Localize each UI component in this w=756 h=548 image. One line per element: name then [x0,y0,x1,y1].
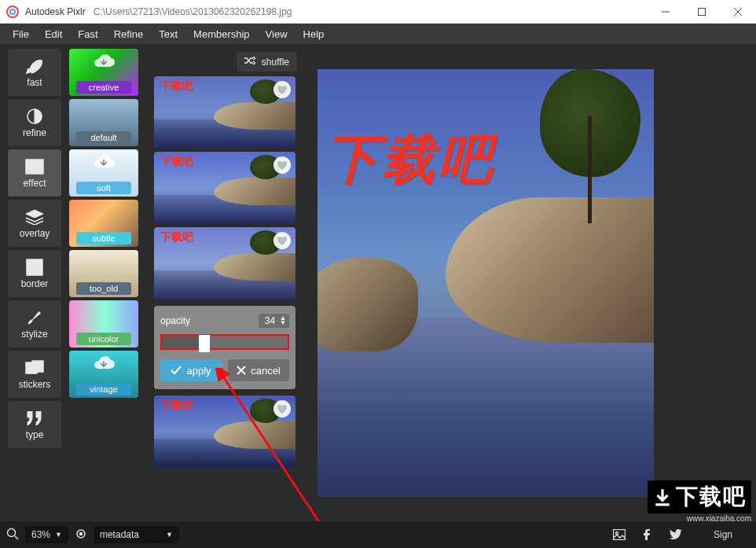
target-icon[interactable] [75,528,87,542]
tool-type[interactable]: type [8,401,61,448]
main: fastrefineeffectoverlayborderstylizestic… [0,44,756,521]
sign-in-link[interactable]: Sign [714,529,732,540]
statusbar: 63% ▼ metadata ▼ Sign [0,521,756,548]
tool-stickers[interactable]: stickers [8,351,61,398]
apply-button[interactable]: apply [160,359,222,381]
preset-adrian[interactable]: 下载吧Adrian [154,76,295,149]
window-titlebar: Autodesk Pixlr C:\Users\27213\Videos\201… [0,0,756,24]
menu-edit[interactable]: Edit [37,25,70,43]
tool-label: fast [27,77,42,88]
svg-rect-26 [613,530,625,540]
favorite-button[interactable] [273,400,291,417]
category-too_old[interactable]: too_old [69,250,138,297]
twitter-icon[interactable] [670,528,682,541]
opacity-stepper[interactable]: 34▲▼ [259,314,289,328]
menubar: File Edit Fast Refine Text Membership Vi… [0,24,756,44]
menu-membership[interactable]: Membership [185,25,258,43]
tool-effect[interactable]: effect [8,149,61,197]
preset-ingrid[interactable]: 下载吧Ingrid [154,395,295,468]
file-path: C:\Users\27213\Videos\2013062320262198.j… [94,6,648,17]
category-label: unicolor [76,333,131,345]
stepper-arrows-icon: ▲▼ [280,316,286,325]
facebook-icon[interactable] [641,528,654,541]
window-maximize-button[interactable] [684,0,720,24]
tool-overlay[interactable]: overlay [8,200,61,247]
metadata-label: metadata [100,529,139,540]
svg-rect-1 [699,8,706,15]
apply-label: apply [186,365,211,377]
category-creative[interactable]: creative [69,49,138,96]
favorite-button[interactable] [273,232,291,249]
tool-label: type [26,429,44,440]
preset-alex[interactable]: 下载吧Alex [154,152,295,224]
image-icon[interactable] [613,528,626,541]
tool-label: overlay [20,228,50,239]
category-label: soft [76,182,131,194]
preset-panel: shuffle 下载吧Adrian下载吧Alex下载吧Ianopacity34▲… [146,44,305,521]
svg-rect-18 [32,361,43,372]
cloud-download-icon [92,154,116,175]
category-vintage[interactable]: vintage [69,351,138,398]
layers-icon [25,208,44,226]
favorite-button[interactable] [273,81,291,98]
metadata-select[interactable]: metadata ▼ [94,526,179,543]
category-label: subtle [76,232,131,245]
menu-file[interactable]: File [5,25,37,43]
menu-text[interactable]: Text [151,25,185,43]
preset-list: 下载吧Adrian下载吧Alex下载吧Ianopacity34▲▼applyca… [151,76,300,521]
svg-rect-16 [30,263,39,272]
cloud-download-icon [92,53,116,74]
shuffle-label: shuffle [262,57,289,68]
shuffle-button[interactable]: shuffle [237,52,297,72]
tool-label: refine [23,127,46,138]
app-name: Autodesk Pixlr [25,6,86,17]
category-label: creative [76,81,131,94]
window-close-button[interactable] [720,0,756,24]
tool-label: stickers [19,379,51,390]
tool-label: stylize [21,329,47,340]
zoom-icon[interactable] [6,528,19,542]
svg-point-25 [79,532,82,535]
stickers-icon [25,359,44,377]
cancel-label: cancel [251,365,281,377]
filmstrip-icon [25,158,44,175]
preset-watermark: 下载吧 [160,155,193,169]
category-label: default [76,131,131,144]
contrast-icon [25,108,44,125]
chevron-down-icon: ▼ [55,531,62,539]
menu-help[interactable]: Help [295,25,332,43]
favorite-button[interactable] [273,156,291,174]
category-soft[interactable]: soft [69,149,138,197]
tool-label: effect [23,178,46,189]
opacity-label: opacity [160,315,190,326]
tool-label: border [21,278,49,289]
rocket-icon [25,57,44,75]
svg-point-22 [8,528,16,536]
category-unicolor[interactable]: unicolor [69,300,138,348]
image-canvas[interactable]: 下载吧 [317,69,654,497]
preset-ian[interactable]: 下载吧Ian [154,227,295,300]
category-default[interactable]: default [69,99,138,146]
tool-border[interactable]: border [8,250,61,297]
window-minimize-button[interactable] [648,0,684,24]
app-icon [6,6,19,18]
category-subtle[interactable]: subtle [69,200,138,247]
preset-watermark: 下载吧 [160,79,193,94]
menu-view[interactable]: View [258,25,295,43]
tool-column: fastrefineeffectoverlayborderstylizestic… [0,44,69,521]
chevron-down-icon: ▼ [166,531,173,539]
slider-thumb[interactable] [199,335,210,352]
cloud-download-icon [92,355,116,376]
shuffle-icon [244,56,255,68]
svg-point-27 [615,532,618,535]
tool-refine[interactable]: refine [8,99,61,146]
tool-fast[interactable]: fast [8,49,61,96]
menu-refine[interactable]: Refine [106,25,152,43]
zoom-select[interactable]: 63% ▼ [25,526,68,543]
svg-point-4 [36,61,39,64]
category-label: vintage [76,383,131,395]
tool-stylize[interactable]: stylize [8,300,61,348]
menu-fast[interactable]: Fast [70,25,105,43]
opacity-slider[interactable] [160,334,289,350]
cancel-button[interactable]: cancel [228,359,289,381]
